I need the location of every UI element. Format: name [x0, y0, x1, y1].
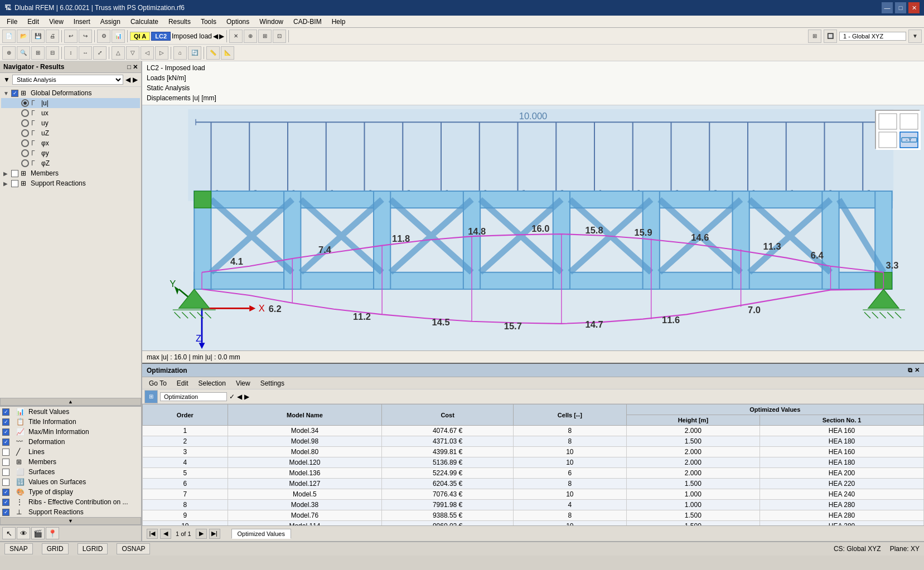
t2-5[interactable]: ↕ — [64, 46, 78, 60]
status-grid[interactable]: GRID — [42, 543, 69, 554]
page-first-btn[interactable]: |◀ — [147, 529, 158, 539]
menu-file[interactable]: File — [2, 17, 22, 27]
tree-u-abs[interactable]: Γ |u| — [1, 98, 140, 108]
menu-window[interactable]: Window — [255, 17, 288, 27]
menu-assign[interactable]: Assign — [96, 17, 125, 27]
table-row[interactable]: 3 Model.80 4399.81 € 10 2.000 HEA 160 — [143, 447, 924, 457]
lc-prev-btn[interactable]: ◀ — [213, 32, 218, 40]
radio-uy[interactable] — [21, 119, 29, 127]
table-row[interactable]: 1 Model.34 4074.67 € 8 2.000 HEA 160 — [143, 426, 924, 436]
cb-type-display[interactable]: ✓ — [2, 489, 9, 496]
t2-9[interactable]: ▽ — [126, 46, 139, 60]
t2-3[interactable]: ⊞ — [31, 46, 45, 60]
tab-optimized-values[interactable]: Optimized Values — [231, 529, 291, 539]
opt-menu-settings[interactable]: Settings — [256, 378, 289, 388]
maximize-btn[interactable]: □ — [895, 2, 906, 13]
nav-members-bot[interactable]: ⊞ Members — [0, 457, 141, 467]
tree-uy[interactable]: Γ uy — [1, 118, 140, 128]
cb-title-info[interactable]: ✓ — [2, 418, 9, 426]
check-support[interactable] — [11, 180, 18, 187]
canvas-area[interactable]: 10.000 — [142, 105, 924, 350]
menu-insert[interactable]: Insert — [69, 17, 95, 27]
t2-2[interactable]: 🔍 — [17, 46, 30, 60]
t2-15[interactable]: 📐 — [221, 46, 234, 60]
cb-values-surfaces[interactable] — [2, 479, 9, 486]
nav-minimize[interactable]: □ — [127, 64, 131, 71]
opt-check-btn[interactable]: ✓ — [229, 393, 235, 401]
menu-help[interactable]: Help — [327, 17, 350, 27]
table-row[interactable]: 8 Model.38 7991.98 € 4 1.000 HEA 280 — [143, 500, 924, 510]
tool4[interactable]: ⊡ — [273, 30, 286, 43]
opt-next-btn[interactable]: ▶ — [244, 393, 249, 401]
radio-phiy[interactable] — [21, 149, 29, 157]
coord-expand[interactable]: ▼ — [908, 30, 922, 43]
t2-14[interactable]: 📏 — [206, 46, 220, 60]
menu-cadbim[interactable]: CAD-BIM — [289, 17, 326, 27]
opt-menu-selection[interactable]: Selection — [194, 378, 230, 388]
radio-uz[interactable] — [21, 129, 29, 137]
check-global-def[interactable]: ✓ — [11, 90, 18, 97]
nav-icon-cursor[interactable]: ↖ — [2, 527, 16, 539]
nav-deformation[interactable]: ✓ 〰 Deformation — [0, 437, 141, 447]
cb-result-values[interactable]: ✓ — [2, 408, 9, 416]
check-members[interactable] — [11, 170, 18, 177]
tool1[interactable]: ✕ — [229, 30, 243, 43]
nav-close[interactable]: ✕ — [133, 64, 138, 71]
opt-table-container[interactable]: Order Model Name Cost Cells [--] Optimiz… — [142, 404, 924, 525]
new-btn[interactable]: 📄 — [2, 30, 16, 43]
table-row[interactable]: 7 Model.5 7076.43 € 10 1.000 HEA 240 — [143, 489, 924, 500]
nav-prev-icon[interactable]: ◀ — [125, 76, 130, 84]
radio-ux[interactable] — [21, 109, 29, 117]
opt-restore-btn[interactable]: ⧉ — [908, 367, 912, 374]
t2-13[interactable]: 🔄 — [188, 46, 201, 60]
t2-10[interactable]: ◁ — [141, 46, 154, 60]
menu-edit[interactable]: Edit — [23, 17, 43, 27]
opt-menu-view[interactable]: View — [231, 378, 255, 388]
table-row[interactable]: 4 Model.120 5136.89 € 10 2.000 HEA 180 — [143, 457, 924, 468]
menu-results[interactable]: Results — [164, 17, 195, 27]
t2-7[interactable]: ⤢ — [93, 46, 107, 60]
t2-8[interactable]: △ — [112, 46, 125, 60]
opt-type-select[interactable]: Optimization — [160, 392, 227, 401]
tree-phiy[interactable]: Γ φy — [1, 148, 140, 158]
tree-members[interactable]: ▶ ⊞ Members — [1, 168, 140, 178]
opt-prev-btn[interactable]: ◀ — [237, 393, 242, 401]
status-lgrid[interactable]: LGRID — [78, 543, 108, 554]
opt-close-btn[interactable]: ✕ — [915, 367, 920, 374]
t2-1[interactable]: ⊕ — [2, 46, 16, 60]
nav-title-info[interactable]: ✓ 📋 Title Information — [0, 417, 141, 427]
tree-phix[interactable]: Γ φx — [1, 138, 140, 148]
tree-uz[interactable]: Γ uZ — [1, 128, 140, 138]
status-osnap[interactable]: OSNAP — [117, 543, 150, 554]
menu-tools[interactable]: Tools — [196, 17, 221, 27]
lc-name-input[interactable]: Imposed load — [172, 32, 212, 40]
opt-menu-edit[interactable]: Edit — [172, 378, 193, 388]
page-prev-btn[interactable]: ◀ — [160, 529, 171, 539]
cb-lines[interactable] — [2, 449, 9, 456]
opt-menu-goto[interactable]: Go To — [144, 378, 171, 388]
table-row[interactable]: 5 Model.136 5224.99 € 6 2.000 HEA 200 — [143, 468, 924, 479]
nav-lines[interactable]: ╱ Lines — [0, 447, 141, 457]
minimize-btn[interactable]: — — [882, 2, 893, 13]
tree-phiz[interactable]: Γ φZ — [1, 158, 140, 168]
t2-11[interactable]: ▷ — [155, 46, 168, 60]
table-row[interactable]: 10 Model.114 9960.02 € 10 1.500 HEA 280 — [143, 521, 924, 526]
nav-type-display[interactable]: ✓ 🎨 Type of display — [0, 487, 141, 497]
radio-phiz[interactable] — [21, 159, 29, 167]
opt-header-right[interactable]: ⧉ ✕ — [908, 367, 920, 374]
nav-icon-pin[interactable]: 📍 — [46, 527, 59, 539]
radio-phix[interactable] — [21, 139, 29, 147]
nav-dropdown-select[interactable]: Static Analysis — [12, 75, 123, 85]
close-btn[interactable]: ✕ — [908, 2, 920, 13]
view2[interactable]: 🔲 — [824, 30, 837, 43]
tree-ux[interactable]: Γ ux — [1, 108, 140, 118]
nav-scroll-up[interactable]: ▲ — [0, 398, 141, 406]
cb-ribs[interactable]: ✓ — [2, 499, 9, 506]
lc-next-btn[interactable]: ▶ — [219, 32, 224, 40]
table-row[interactable]: 6 Model.127 6204.35 € 8 1.500 HEA 220 — [143, 479, 924, 489]
cb-deformation[interactable]: ✓ — [2, 439, 9, 446]
nav-icon-camera[interactable]: 🎬 — [31, 527, 45, 539]
t2-4[interactable]: ⊟ — [46, 46, 59, 60]
nav-result-values[interactable]: ✓ 📊 Result Values — [0, 407, 141, 417]
nav-values-on-surfaces[interactable]: 🔢 Values on Surfaces — [0, 477, 141, 487]
